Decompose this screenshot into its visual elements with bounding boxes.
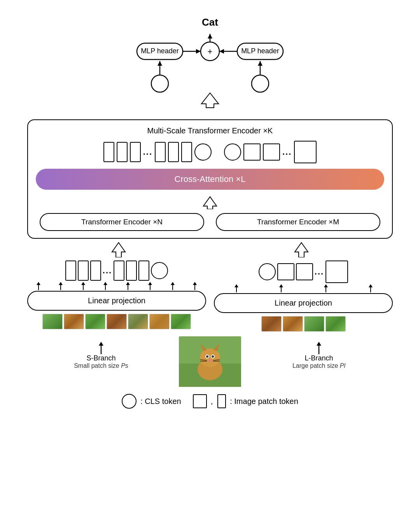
transformer-encoder-left: Transformer Encoder ×N — [40, 213, 204, 231]
token-tall-3 — [130, 142, 141, 162]
svg-marker-24 — [99, 342, 103, 346]
s-token-5 — [126, 260, 137, 281]
l-token-1 — [277, 263, 294, 280]
s-arrow-4 — [105, 285, 106, 290]
s-cls-circle — [151, 262, 168, 279]
s-arrow-1 — [38, 285, 39, 290]
dots-2: ... — [282, 148, 292, 156]
l-branch-name: L-Branch — [304, 354, 333, 362]
s-token-3 — [90, 260, 101, 281]
s-patch-5 — [128, 314, 148, 329]
encoder-title: Multi-Scale Transformer Encoder ×K — [36, 126, 384, 135]
cross-attention-bar: Cross-Attention ×L — [36, 169, 384, 190]
svg-marker-7 — [219, 49, 224, 54]
l-token-2 — [296, 263, 313, 280]
svg-marker-22 — [295, 243, 308, 257]
l-branch: ... Linear projection — [214, 260, 393, 334]
cat-image-svg — [179, 336, 241, 387]
l-branch-label: L-Branch Large patch size Pl — [245, 336, 393, 369]
token-square-2 — [263, 143, 280, 161]
svg-point-33 — [206, 355, 208, 358]
s-patch-2 — [64, 314, 84, 329]
svg-text:MLP header: MLP header — [141, 47, 179, 55]
cat-image-section — [175, 336, 245, 387]
token-tall-6 — [181, 142, 192, 162]
s-patch-3 — [85, 314, 105, 329]
architecture-diagram: Cat + MLP header MLP header — [19, 12, 401, 495]
svg-marker-19 — [201, 93, 219, 108]
svg-marker-21 — [112, 243, 125, 257]
s-dots: ... — [103, 266, 112, 275]
l-linear-proj: Linear projection — [214, 293, 393, 313]
svg-point-35 — [208, 359, 212, 362]
s-patch-1 — [42, 314, 63, 329]
l-arrow-1 — [236, 287, 237, 292]
cls-circle-encoder-left — [194, 143, 212, 161]
cls-token-label: : CLS token — [140, 397, 181, 406]
token-tall-5 — [168, 142, 179, 162]
branches-section: ... Linear projection — [27, 260, 393, 334]
legend-circle-icon — [122, 394, 136, 409]
s-arrow-8 — [194, 285, 195, 290]
s-branch: ... Linear projection — [27, 260, 206, 334]
s-arrow-7 — [172, 285, 173, 290]
dots-1: ... — [143, 148, 152, 156]
s-patch-size-var: Ps — [121, 362, 128, 369]
l-patch-3 — [304, 316, 324, 332]
encoder-box: Multi-Scale Transformer Encoder ×K ... .… — [27, 119, 393, 239]
svg-point-34 — [212, 355, 214, 358]
svg-marker-20 — [203, 197, 217, 209]
cross-attention-arrow — [200, 195, 220, 209]
s-arrow-5 — [128, 285, 128, 290]
patch-token-label: : Image patch token — [230, 397, 298, 406]
l-branch-tokens: ... — [259, 260, 348, 283]
two-branch-arrows — [27, 240, 393, 257]
l-patch-size: Large patch size Pl — [292, 362, 345, 369]
s-arrow-3 — [83, 285, 84, 290]
svg-point-17 — [252, 75, 269, 92]
s-patch-6 — [149, 314, 170, 329]
s-token-4 — [114, 260, 124, 281]
token-square-lg-1 — [294, 141, 317, 163]
l-cls-circle — [259, 263, 276, 280]
s-patch-4 — [107, 314, 127, 329]
l-patch-4 — [326, 316, 346, 332]
transformer-row: Transformer Encoder ×N Transformer Encod… — [36, 213, 384, 231]
l-token-3 — [326, 260, 348, 283]
left-branch-up-arrow — [109, 242, 128, 257]
cls-token-legend: : CLS token — [122, 394, 181, 409]
s-up-arrows — [27, 285, 206, 290]
l-patch-2 — [283, 316, 303, 332]
token-tall-1 — [103, 142, 114, 162]
s-token-2 — [78, 260, 89, 281]
l-up-arrows — [214, 287, 393, 292]
l-arrow-4 — [370, 287, 371, 292]
legend-rect-icon — [217, 394, 226, 408]
svg-point-16 — [151, 75, 168, 92]
l-branch-arrow-up — [307, 340, 331, 354]
token-tall-2 — [117, 142, 128, 162]
s-linear-proj: Linear projection — [27, 291, 206, 311]
l-arrow-3 — [326, 287, 326, 292]
l-dots: ... — [315, 267, 324, 276]
s-arrow-2 — [60, 285, 61, 290]
s-patches — [42, 314, 191, 329]
s-token-6 — [138, 260, 149, 281]
l-arrow-2 — [281, 287, 282, 292]
patch-token-legend: , : Image patch token — [193, 394, 298, 408]
svg-marker-1 — [208, 34, 212, 38]
s-branch-arrow-up — [89, 340, 113, 354]
svg-point-28 — [200, 348, 220, 367]
encoder-tokens-row: ... ... — [36, 141, 384, 163]
s-token-1 — [65, 260, 76, 281]
top-connections-svg: + MLP header MLP header — [132, 30, 288, 115]
legend: : CLS token , : Image patch token — [122, 394, 298, 409]
token-square-1 — [243, 143, 261, 161]
cat-label: Cat — [202, 16, 218, 28]
legend-square-icon — [193, 394, 207, 408]
s-branch-name: S-Branch — [86, 354, 116, 362]
svg-text:MLP header: MLP header — [241, 47, 279, 55]
s-branch-tokens: ... — [65, 260, 168, 281]
svg-marker-15 — [258, 61, 262, 66]
svg-marker-41 — [317, 342, 321, 346]
